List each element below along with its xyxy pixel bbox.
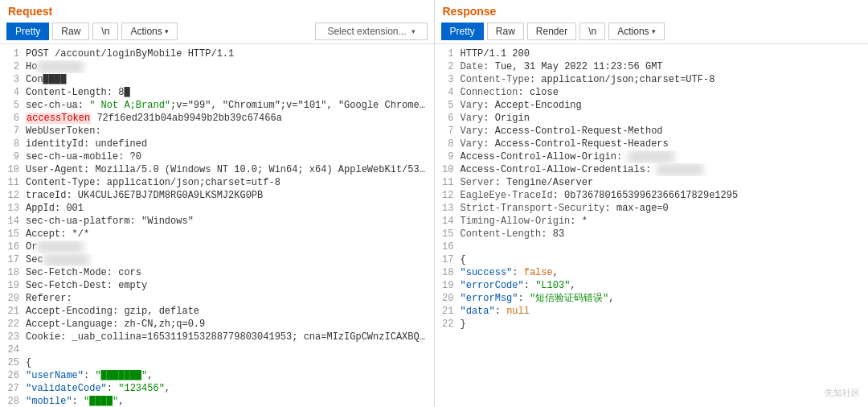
line-text: traceId: UK4CULJ6E7BJ7DM8RG0A9LKSMJ2KG0P… — [26, 189, 431, 202]
response-tab-raw[interactable]: Raw — [487, 23, 524, 40]
request-tab-pretty[interactable]: Pretty — [6, 23, 49, 40]
table-row: 15Content-Length: 83 — [435, 228, 869, 240]
line-number: 11 — [438, 176, 454, 189]
request-tab-newline[interactable]: \n — [92, 23, 118, 40]
line-number: 22 — [438, 318, 454, 331]
table-row: 16Or — [0, 240, 434, 253]
table-row: 27 "validateCode": "123456", — [0, 382, 434, 395]
table-row: 24 — [0, 343, 434, 356]
response-tab-pretty[interactable]: Pretty — [441, 23, 484, 40]
line-text: AppId: 001 — [26, 202, 431, 215]
line-number: 9 — [438, 150, 454, 163]
table-row: 5Vary: Accept-Encoding — [435, 99, 869, 112]
line-text: Cookie: _uab_collina=1653119153288779803… — [26, 331, 431, 343]
response-tab-newline[interactable]: \n — [579, 23, 605, 40]
line-number: 20 — [3, 292, 19, 305]
line-text: Or — [26, 240, 431, 253]
line-text: "data": null — [461, 305, 866, 318]
line-number: 15 — [3, 228, 19, 240]
chevron-down-icon: ▾ — [165, 27, 169, 35]
table-row: 3Con████ — [0, 73, 434, 86]
select-extension-button[interactable]: Select extension... ▾ — [315, 23, 427, 40]
request-content: 1POST /account/loginByMobile HTTP/1.12Ho… — [0, 44, 434, 407]
line-text: Access-Control-Allow-Origin: — [461, 150, 866, 163]
line-number: 17 — [3, 253, 19, 266]
main-container: Request Pretty Raw \n Actions ▾ Select e… — [0, 0, 868, 407]
line-number: 2 — [3, 60, 19, 73]
line-text: Sec-Fetch-Dest: empty — [26, 279, 431, 292]
line-number: 27 — [3, 382, 19, 395]
line-number: 12 — [3, 189, 19, 202]
table-row: 25{ — [0, 356, 434, 369]
table-row: 2Date: Tue, 31 May 2022 11:23:56 GMT — [435, 60, 869, 73]
line-number: 2 — [438, 60, 454, 73]
line-text: Content-Type: application/json;charset=u… — [26, 176, 431, 189]
table-row: 2Ho — [0, 60, 434, 73]
line-text: "errorCode": "L103", — [461, 279, 866, 292]
line-text: "validateCode": "123456", — [26, 382, 431, 395]
table-row: 9sec-ch-ua-mobile: ?0 — [0, 150, 434, 163]
line-text: Sec-Fetch-Mode: cors — [26, 266, 431, 279]
line-number: 3 — [438, 73, 454, 86]
line-text: Accept-Encoding: gzip, deflate — [26, 305, 431, 318]
table-row: 11Content-Type: application/json;charset… — [0, 176, 434, 189]
line-text: Access-Control-Allow-Credentials: — [461, 163, 866, 176]
table-row: 16 — [435, 240, 869, 253]
table-row: 15Accept: */* — [0, 228, 434, 240]
line-text: Timing-Allow-Origin: * — [461, 215, 866, 228]
line-number: 4 — [3, 86, 19, 99]
line-number: 22 — [3, 318, 19, 331]
line-text: Server: Tengine/Aserver — [461, 176, 866, 189]
table-row: 26 "userName": "███████", — [0, 369, 434, 382]
table-row: 17Sec — [0, 253, 434, 266]
line-text: sec-ch-ua: " Not A;Brand";v="99", "Chrom… — [26, 99, 431, 112]
request-tab-raw[interactable]: Raw — [52, 23, 89, 40]
line-number: 10 — [3, 163, 19, 176]
line-text: { — [26, 356, 431, 369]
table-row: 20Referer: — [0, 292, 434, 305]
table-row: 7Vary: Access-Control-Request-Method — [435, 125, 869, 138]
table-row: 6accessToken 72f16ed231b04ab9949b2bb39c6… — [0, 112, 434, 125]
line-number: 21 — [3, 305, 19, 318]
line-text: Referer: — [26, 292, 431, 305]
line-number: 18 — [3, 266, 19, 279]
line-text: Strict-Transport-Security: max-age=0 — [461, 202, 866, 215]
line-text: WebUserToken: — [26, 125, 431, 138]
line-text: "mobile": "████", — [26, 395, 431, 407]
line-number: 25 — [3, 356, 19, 369]
line-text: HTTP/1.1 200 — [461, 47, 866, 60]
line-number: 24 — [3, 343, 19, 356]
line-text: "success": false, — [461, 266, 866, 279]
line-text: "userName": "███████", — [26, 369, 431, 382]
line-text: User-Agent: Mozilla/5.0 (Windows NT 10.0… — [26, 163, 431, 176]
table-row: 21 "data": null — [435, 305, 869, 318]
line-text: EagleEye-TraceId: 0b73678016539962366617… — [461, 189, 866, 202]
line-number: 19 — [3, 279, 19, 292]
line-number: 14 — [3, 215, 19, 228]
line-text: Accept-Language: zh-CN,zh;q=0.9 — [26, 318, 431, 331]
line-number: 13 — [3, 202, 19, 215]
line-number: 7 — [3, 125, 19, 138]
table-row: 20 "errorMsg": "短信验证码错误", — [435, 292, 869, 305]
line-number: 26 — [3, 369, 19, 382]
line-text: POST /account/loginByMobile HTTP/1.1 — [26, 47, 431, 60]
response-actions-button[interactable]: Actions ▾ — [608, 23, 664, 40]
table-row: 18Sec-Fetch-Mode: cors — [0, 266, 434, 279]
line-number: 13 — [438, 202, 454, 215]
request-actions-button[interactable]: Actions ▾ — [121, 23, 177, 40]
response-content: 1HTTP/1.1 2002Date: Tue, 31 May 2022 11:… — [435, 44, 869, 407]
response-tab-render[interactable]: Render — [527, 23, 576, 40]
table-row: 22} — [435, 318, 869, 331]
table-row: 8Vary: Access-Control-Request-Headers — [435, 138, 869, 150]
line-text: Vary: Origin — [461, 112, 866, 125]
line-number: 16 — [3, 240, 19, 253]
line-number: 14 — [438, 215, 454, 228]
request-panel: Request Pretty Raw \n Actions ▾ Select e… — [0, 0, 435, 407]
table-row: 7WebUserToken: — [0, 125, 434, 138]
line-number: 16 — [438, 240, 454, 253]
line-number: 11 — [3, 176, 19, 189]
line-text: sec-ch-ua-platform: "Windows" — [26, 215, 431, 228]
line-number: 5 — [438, 99, 454, 112]
line-text: accessToken 72f16ed231b04ab9949b2bb39c67… — [26, 112, 431, 125]
line-text: Vary: Access-Control-Request-Headers — [461, 138, 866, 150]
